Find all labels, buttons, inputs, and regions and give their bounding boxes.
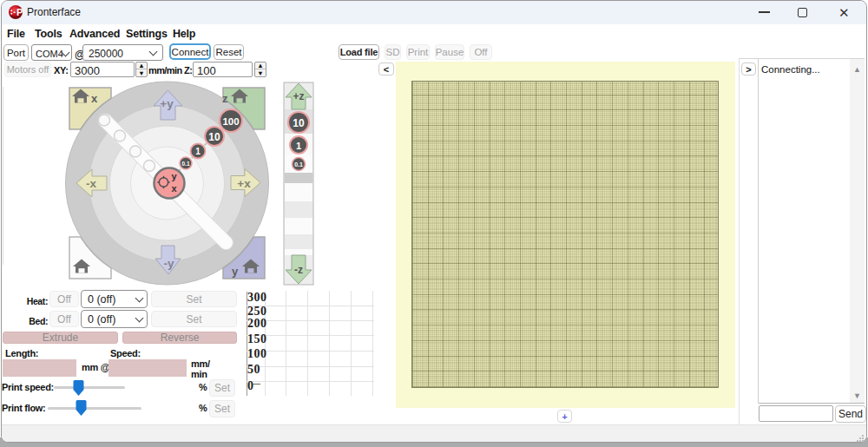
svg-text:0.1: 0.1 [294,161,303,168]
svg-text:0.1: 0.1 [181,161,189,167]
svg-text:100: 100 [222,116,239,127]
svg-text:10: 10 [293,117,305,129]
svg-text:+z: +z [293,90,304,102]
svg-text:+y: +y [160,97,174,110]
svg-text:y: y [172,171,178,181]
svg-text:+x: +x [237,177,251,190]
svg-text:y: y [232,265,239,278]
svg-text:P: P [16,7,23,17]
svg-text:-z: -z [294,264,303,276]
svg-text:-x: -x [86,177,96,190]
svg-text:x: x [172,183,178,194]
svg-text:1: 1 [296,141,301,151]
svg-text:z: z [222,92,228,105]
svg-text:10: 10 [208,131,220,143]
svg-text:x: x [91,92,98,105]
svg-text:-y: -y [163,257,174,270]
svg-text:1: 1 [195,147,201,156]
